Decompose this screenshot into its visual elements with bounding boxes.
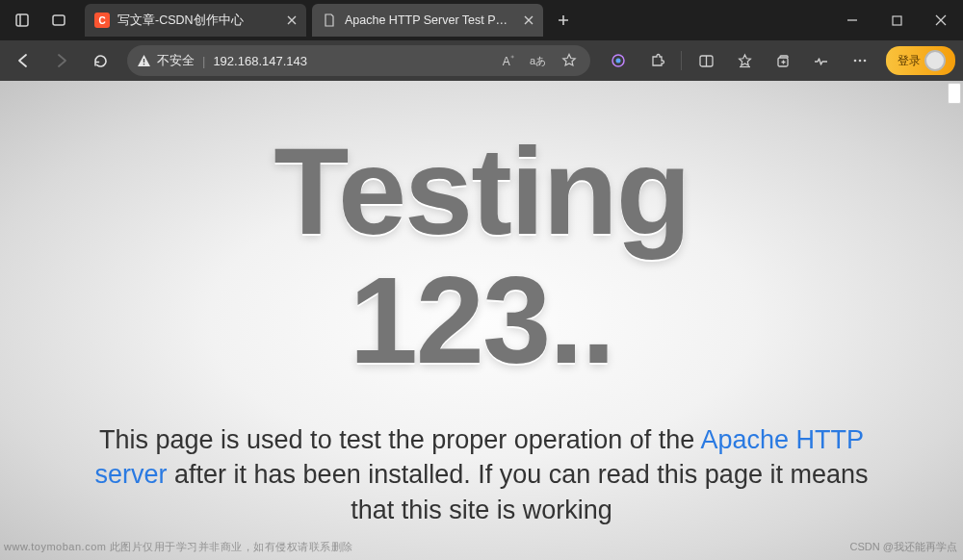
url-text: 192.168.147.143 [213, 54, 307, 68]
copilot-button[interactable] [600, 45, 637, 76]
star-outline-icon [737, 53, 753, 69]
tab-actions-icon [14, 13, 30, 28]
warning-icon [137, 54, 151, 68]
tab-overview-button[interactable] [40, 0, 77, 40]
performance-button[interactable] [803, 45, 840, 76]
svg-point-8 [616, 59, 621, 64]
forward-button[interactable] [44, 45, 79, 76]
svg-point-13 [854, 60, 857, 63]
watermark-left: www.toymoban.com 此图片仅用于学习并非商业，如有侵权请联系删除 [4, 540, 353, 554]
security-text: 不安全 [157, 52, 195, 69]
puzzle-icon [649, 53, 665, 69]
favorite-button[interactable] [558, 53, 581, 68]
translate-button[interactable]: aあ [526, 54, 550, 68]
collections-icon [775, 53, 792, 69]
arrow-left-icon [14, 52, 32, 69]
back-button[interactable] [6, 45, 40, 76]
split-screen-button[interactable] [688, 45, 724, 76]
close-icon [287, 15, 297, 25]
extensions-button[interactable] [638, 45, 675, 76]
security-indicator[interactable]: 不安全 [137, 52, 195, 69]
copilot-icon [610, 52, 627, 69]
window-minimize-button[interactable] [830, 4, 874, 37]
more-button[interactable] [842, 45, 878, 76]
heartbeat-icon [813, 52, 830, 69]
watermark-right: CSDN @我还能再学点 [850, 540, 957, 554]
page-favicon-icon [322, 13, 337, 28]
close-icon [524, 15, 534, 25]
maximize-icon [892, 15, 902, 26]
dots-icon [852, 53, 868, 68]
csdn-favicon-icon: C [94, 13, 110, 28]
window-titlebar: C 写文章-CSDN创作中心 Apache HTTP Server Test P… [0, 0, 963, 40]
tab-close-button[interactable] [285, 13, 299, 27]
scrollbar-thumb[interactable] [948, 83, 961, 104]
svg-point-14 [859, 60, 862, 63]
address-bar[interactable]: 不安全 | 192.168.147.143 A⁺ aあ [127, 45, 590, 76]
svg-rect-2 [53, 15, 65, 25]
avatar-icon [924, 50, 946, 71]
arrow-right-icon [53, 52, 70, 69]
svg-rect-4 [893, 16, 901, 25]
hero-section: Testing 123.. This page is used to test … [0, 81, 963, 527]
svg-rect-5 [143, 59, 144, 63]
tab-apache[interactable]: Apache HTTP Server Test Page po [312, 4, 543, 37]
tab-label: 写文章-CSDN创作中心 [117, 13, 277, 29]
split-icon [698, 53, 715, 69]
svg-point-15 [864, 60, 867, 63]
tab-overview-icon [51, 13, 66, 28]
collections-button[interactable] [765, 45, 801, 76]
tab-close-button[interactable] [522, 13, 535, 27]
window-close-button[interactable] [919, 4, 963, 37]
reading-mode-button[interactable]: A⁺ [499, 54, 518, 68]
browser-toolbar: 不安全 | 192.168.147.143 A⁺ aあ 登录 [0, 40, 963, 81]
minimize-icon [846, 14, 858, 26]
new-tab-button[interactable] [549, 8, 578, 33]
hero-description: This page is used to test the proper ope… [0, 422, 963, 527]
plus-icon [557, 13, 570, 27]
favorites-button[interactable] [726, 45, 763, 76]
addressbar-divider: | [202, 54, 205, 68]
svg-rect-0 [16, 14, 28, 26]
refresh-button[interactable] [83, 45, 117, 76]
hero-heading: Testing 123.. [0, 127, 963, 386]
close-icon [935, 14, 947, 26]
tab-label: Apache HTTP Server Test Page po [345, 13, 514, 27]
tab-csdn[interactable]: C 写文章-CSDN创作中心 [85, 4, 306, 37]
login-label: 登录 [898, 53, 921, 69]
window-maximize-button[interactable] [874, 4, 919, 37]
refresh-icon [92, 53, 109, 69]
toolbar-right-icons: 登录 [600, 45, 957, 76]
tab-strip: C 写文章-CSDN创作中心 Apache HTTP Server Test P… [85, 0, 830, 40]
svg-rect-6 [143, 64, 144, 64]
login-button[interactable]: 登录 [886, 46, 955, 75]
star-icon [561, 53, 577, 68]
toolbar-separator [681, 51, 682, 70]
tab-actions-button[interactable] [4, 0, 40, 40]
window-controls [830, 4, 963, 37]
page-viewport: Testing 123.. This page is used to test … [0, 81, 963, 560]
